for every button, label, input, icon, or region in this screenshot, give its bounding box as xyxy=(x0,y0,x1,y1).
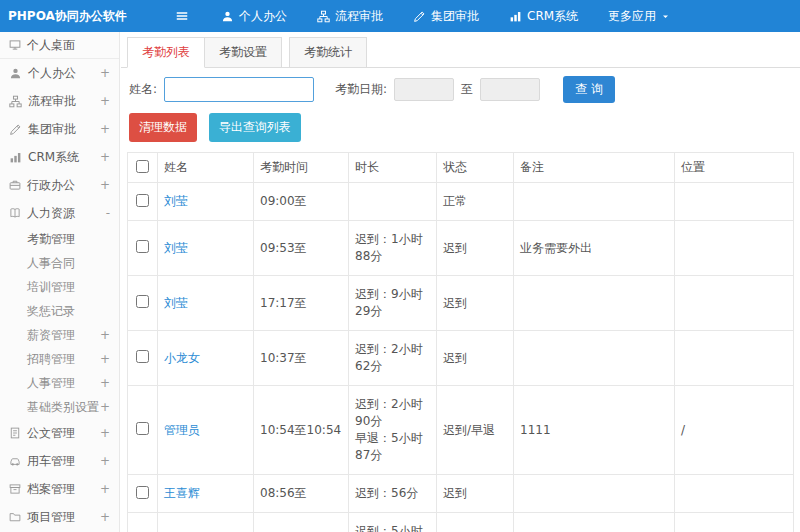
time-cell: 10:37至 xyxy=(254,331,349,386)
sidebar-item-archive-management[interactable]: 档案管理+ xyxy=(0,475,119,503)
employee-name-link[interactable]: 刘莹 xyxy=(164,241,188,255)
sidebar-item-project-management[interactable]: 项目管理+ xyxy=(0,503,119,531)
row-checkbox-cell xyxy=(128,331,158,386)
employee-name-link[interactable]: 王喜辉 xyxy=(164,486,200,500)
status-cell: 迟到/早退 xyxy=(437,386,514,475)
status-cell: 迟到 xyxy=(437,221,514,276)
sidebar-item-label: CRM系统 xyxy=(28,149,79,166)
expand-toggle-icon[interactable]: + xyxy=(100,178,110,192)
location-cell xyxy=(675,221,794,276)
row-checkbox[interactable] xyxy=(136,295,149,308)
row-checkbox[interactable] xyxy=(136,194,149,207)
sidebar-toggle-button[interactable] xyxy=(170,0,194,32)
sidebar-subitem-recruitment-management[interactable]: 招聘管理+ xyxy=(0,347,119,371)
status-cell: 迟到 xyxy=(437,331,514,386)
brand-logo[interactable]: PHPOA协同办公软件 xyxy=(0,8,122,25)
sidebar-subitem-attendance-management[interactable]: 考勤管理 xyxy=(0,227,119,251)
expand-toggle-icon[interactable]: + xyxy=(100,328,110,342)
select-all-checkbox[interactable] xyxy=(136,160,149,173)
edit-icon xyxy=(9,123,22,136)
nav-item-crm-system[interactable]: CRM系统 xyxy=(494,0,593,32)
row-checkbox[interactable] xyxy=(136,486,149,499)
table-row: 刘莹09:53至迟到：1小时88分迟到业务需要外出 xyxy=(128,221,794,276)
expand-toggle-icon[interactable]: + xyxy=(100,122,110,136)
sidebar-subitem-training-management[interactable]: 培训管理 xyxy=(0,275,119,299)
tab-attendance-list[interactable]: 考勤列表 xyxy=(127,37,205,68)
sidebar-subitem-salary-management[interactable]: 薪资管理+ xyxy=(0,323,119,347)
search-button[interactable]: 查 询 xyxy=(563,76,615,103)
caret-down-icon xyxy=(661,12,670,21)
expand-toggle-icon[interactable]: + xyxy=(100,482,110,496)
expand-toggle-icon[interactable]: + xyxy=(100,376,110,390)
col-name: 姓名 xyxy=(158,153,254,183)
expand-toggle-icon[interactable]: + xyxy=(100,150,110,164)
sidebar-item-document-management[interactable]: 公文管理+ xyxy=(0,419,119,447)
tab-attendance-settings[interactable]: 考勤设置 xyxy=(205,37,282,68)
book-icon xyxy=(9,207,21,219)
sidebar-subitem-personnel-management[interactable]: 人事管理+ xyxy=(0,371,119,395)
employee-name-link[interactable]: 刘莹 xyxy=(164,296,188,310)
row-checkbox[interactable] xyxy=(136,422,149,435)
app-root: { "colors": { "navbar_blue": "#2184d6", … xyxy=(0,0,800,532)
expand-toggle-icon[interactable]: + xyxy=(100,454,110,468)
sidebar-item-human-resources[interactable]: 人力资源- xyxy=(0,199,119,227)
sidebar-item-workflow-approval[interactable]: 流程审批+ xyxy=(0,87,119,115)
edit-icon xyxy=(413,10,426,23)
location-cell: / xyxy=(675,386,794,475)
chart-icon xyxy=(9,151,22,164)
employee-name-link[interactable]: 刘莹 xyxy=(164,194,188,208)
expand-toggle-icon[interactable]: + xyxy=(100,94,110,108)
row-checkbox-cell xyxy=(128,183,158,221)
sidebar-item-admin-office[interactable]: 行政办公+ xyxy=(0,171,119,199)
sidebar-item-crm-system[interactable]: CRM系统+ xyxy=(0,143,119,171)
nav-item-workflow-approval[interactable]: 流程审批 xyxy=(302,0,398,32)
name-filter-label: 姓名: xyxy=(129,81,157,98)
sidebar-subitem-label: 人事管理 xyxy=(27,375,75,392)
car-icon xyxy=(9,455,21,467)
sidebar-menu: 个人办公+流程审批+集团审批+CRM系统+行政办公+人力资源-考勤管理人事合同培… xyxy=(0,59,119,531)
sidebar-item-label: 个人桌面 xyxy=(27,37,75,54)
sidebar-subitem-reward-punishment[interactable]: 奖惩记录 xyxy=(0,299,119,323)
sidebar-item-personal-desktop[interactable]: 个人桌面 xyxy=(0,32,119,59)
expand-toggle-icon[interactable]: + xyxy=(100,510,110,524)
expand-toggle-icon[interactable]: + xyxy=(100,400,110,414)
expand-toggle-icon[interactable]: + xyxy=(100,352,110,366)
tab-attendance-stats[interactable]: 考勤统计 xyxy=(289,37,367,68)
expand-toggle-icon[interactable]: + xyxy=(100,66,110,80)
date-from-input[interactable] xyxy=(394,78,454,101)
employee-name-link[interactable]: 小龙女 xyxy=(164,351,200,365)
nav-item-personal-office[interactable]: 个人办公 xyxy=(206,0,302,32)
name-filter-input[interactable] xyxy=(164,77,314,102)
status-cell: 迟到 xyxy=(437,475,514,513)
doc-icon xyxy=(9,427,21,439)
expand-toggle-icon[interactable]: - xyxy=(106,206,110,220)
employee-name-link[interactable]: 管理员 xyxy=(164,423,200,437)
export-list-button[interactable]: 导出查询列表 xyxy=(209,113,301,142)
row-checkbox[interactable] xyxy=(136,240,149,253)
nav-item-label: 更多应用 xyxy=(608,8,656,25)
clear-data-button[interactable]: 清理数据 xyxy=(129,113,197,142)
nav-item-group-approval[interactable]: 集团审批 xyxy=(398,0,494,32)
sidebar-item-group-approval[interactable]: 集团审批+ xyxy=(0,115,119,143)
sidebar-subitem-label: 基础类别设置 xyxy=(27,399,99,416)
time-cell: 08:56至 xyxy=(254,475,349,513)
note-cell xyxy=(514,276,675,331)
status-cell: 迟到 xyxy=(437,276,514,331)
date-to-input[interactable] xyxy=(480,78,540,101)
sidebar-item-vehicle-management[interactable]: 用车管理+ xyxy=(0,447,119,475)
col-note: 备注 xyxy=(514,153,675,183)
row-checkbox-cell xyxy=(128,221,158,276)
note-cell: 业务需要外出 xyxy=(514,221,675,276)
row-checkbox-cell xyxy=(128,475,158,513)
row-checkbox[interactable] xyxy=(136,350,149,363)
sidebar-subitem-base-category-settings[interactable]: 基础类别设置+ xyxy=(0,395,119,419)
attendance-table-body: 刘莹09:00至正常刘莹09:53至迟到：1小时88分迟到业务需要外出刘莹17:… xyxy=(128,183,794,532)
nav-item-more-apps[interactable]: 更多应用 xyxy=(593,0,685,32)
table-row: 黄蓉13:20至13:20迟到：5小时33分 早退：4小时67分迟到/早退/ xyxy=(128,513,794,532)
sidebar-subitem-label: 薪资管理 xyxy=(27,327,75,344)
sidebar-item-personal-office[interactable]: 个人办公+ xyxy=(0,59,119,87)
time-cell: 17:17至 xyxy=(254,276,349,331)
col-duration: 时长 xyxy=(349,153,437,183)
sidebar-subitem-personnel-contract[interactable]: 人事合同 xyxy=(0,251,119,275)
expand-toggle-icon[interactable]: + xyxy=(100,426,110,440)
